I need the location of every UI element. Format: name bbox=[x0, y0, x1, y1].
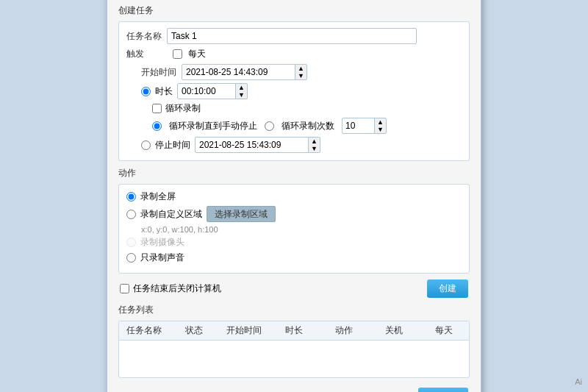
everyday-checkbox[interactable] bbox=[173, 49, 182, 59]
col-task-name: 任务名称 bbox=[119, 324, 169, 337]
record-fullscreen-label: 录制全屏 bbox=[140, 190, 176, 203]
create-button[interactable]: 创建 bbox=[427, 279, 468, 298]
task-list-title: 任务列表 bbox=[118, 304, 470, 316]
start-time-label: 开始时间 bbox=[141, 66, 182, 79]
record-fullscreen-row: 录制全屏 bbox=[126, 190, 462, 203]
record-audio-row: 只录制声音 bbox=[126, 252, 462, 264]
duration-label: 时长 bbox=[155, 85, 173, 98]
shutdown-checkbox[interactable] bbox=[120, 284, 129, 293]
dialog-window: 计划任务 ✕ 创建任务 任务名称 触发 每天 开始时间 bbox=[107, 0, 481, 392]
stop-time-input[interactable] bbox=[195, 137, 309, 153]
task-list-box: 任务名称 状态 开始时间 时长 动作 关机 每天 bbox=[118, 321, 470, 378]
confirm-row: 确定 bbox=[118, 384, 470, 392]
duration-input[interactable] bbox=[177, 83, 236, 99]
record-custom-row: 录制自定义区域 选择录制区域 bbox=[126, 206, 462, 222]
loop-record-checkbox[interactable] bbox=[152, 104, 162, 113]
record-camera-radio[interactable] bbox=[126, 238, 136, 247]
create-task-title: 创建任务 bbox=[118, 4, 470, 17]
loop-count-radio[interactable] bbox=[265, 121, 274, 131]
start-time-input[interactable] bbox=[182, 64, 295, 80]
loop-record-row: 循环录制 bbox=[152, 102, 462, 115]
bottom-row: 任务结束后关闭计算机 创建 bbox=[118, 279, 470, 298]
trigger-label: 触发 bbox=[126, 48, 167, 60]
create-task-box: 任务名称 触发 每天 开始时间 ▲▼ 时长 bbox=[118, 21, 470, 161]
trigger-row: 触发 每天 bbox=[126, 48, 462, 60]
record-custom-radio[interactable] bbox=[126, 210, 136, 219]
dialog-body: 创建任务 任务名称 触发 每天 开始时间 ▲▼ bbox=[107, 0, 481, 392]
loop-count-label: 循环录制次数 bbox=[282, 120, 334, 132]
everyday-label: 每天 bbox=[188, 48, 206, 60]
record-fullscreen-radio[interactable] bbox=[126, 192, 136, 202]
task-list-body bbox=[119, 341, 469, 377]
action-box: 录制全屏 录制自定义区域 选择录制区域 x:0, y:0, w:100, h:1… bbox=[118, 184, 470, 274]
stop-time-label: 停止时间 bbox=[155, 139, 190, 152]
loop-count-input[interactable] bbox=[342, 118, 375, 134]
shutdown-row: 任务结束后关闭计算机 bbox=[120, 282, 221, 295]
stop-time-spinner-btn[interactable]: ▲▼ bbox=[308, 137, 320, 153]
col-start-time: 开始时间 bbox=[219, 324, 269, 337]
col-status: 状态 bbox=[169, 324, 219, 337]
task-name-input[interactable] bbox=[167, 28, 417, 44]
stop-time-row: 停止时间 ▲▼ bbox=[141, 137, 462, 153]
duration-spinner: ▲▼ bbox=[177, 83, 248, 99]
duration-row: 时长 ▲▼ bbox=[141, 83, 462, 99]
loop-count-spinner: ▲▼ bbox=[342, 118, 387, 134]
shutdown-label: 任务结束后关闭计算机 bbox=[133, 282, 221, 295]
record-custom-label: 录制自定义区域 bbox=[140, 208, 202, 221]
col-action: 动作 bbox=[319, 324, 369, 337]
duration-radio[interactable] bbox=[141, 87, 151, 96]
task-name-row: 任务名称 bbox=[126, 28, 462, 44]
start-time-spinner: ▲▼ bbox=[182, 64, 307, 80]
col-duration: 时长 bbox=[269, 324, 319, 337]
stop-time-spinner: ▲▼ bbox=[195, 137, 320, 153]
record-audio-label: 只录制声音 bbox=[140, 252, 184, 264]
col-shutdown: 关机 bbox=[369, 324, 419, 337]
loop-until-stop-radio[interactable] bbox=[152, 121, 162, 131]
record-camera-row: 录制摄像头 bbox=[126, 236, 462, 249]
loop-record-label: 循环录制 bbox=[165, 102, 201, 115]
loop-options-row: 循环录制直到手动停止 循环录制次数 ▲▼ bbox=[152, 118, 462, 134]
start-time-row: 开始时间 ▲▼ bbox=[141, 64, 462, 80]
loop-until-stop-label: 循环录制直到手动停止 bbox=[169, 120, 257, 132]
task-name-label: 任务名称 bbox=[126, 30, 167, 43]
stop-time-radio[interactable] bbox=[141, 140, 151, 150]
record-audio-radio[interactable] bbox=[126, 253, 136, 263]
select-region-button[interactable]: 选择录制区域 bbox=[207, 206, 276, 222]
duration-spinner-btn[interactable]: ▲▼ bbox=[235, 83, 248, 99]
confirm-button[interactable]: 确定 bbox=[418, 388, 468, 392]
ai-watermark: Ai bbox=[575, 377, 582, 386]
coord-text: x:0, y:0, w:100, h:100 bbox=[141, 225, 462, 234]
action-title: 动作 bbox=[118, 167, 470, 179]
start-time-spinner-btn[interactable]: ▲▼ bbox=[295, 64, 307, 80]
record-camera-label: 录制摄像头 bbox=[140, 236, 184, 249]
col-everyday: 每天 bbox=[419, 324, 469, 337]
task-list-header: 任务名称 状态 开始时间 时长 动作 关机 每天 bbox=[119, 321, 469, 341]
loop-count-spinner-btn[interactable]: ▲▼ bbox=[374, 118, 387, 134]
